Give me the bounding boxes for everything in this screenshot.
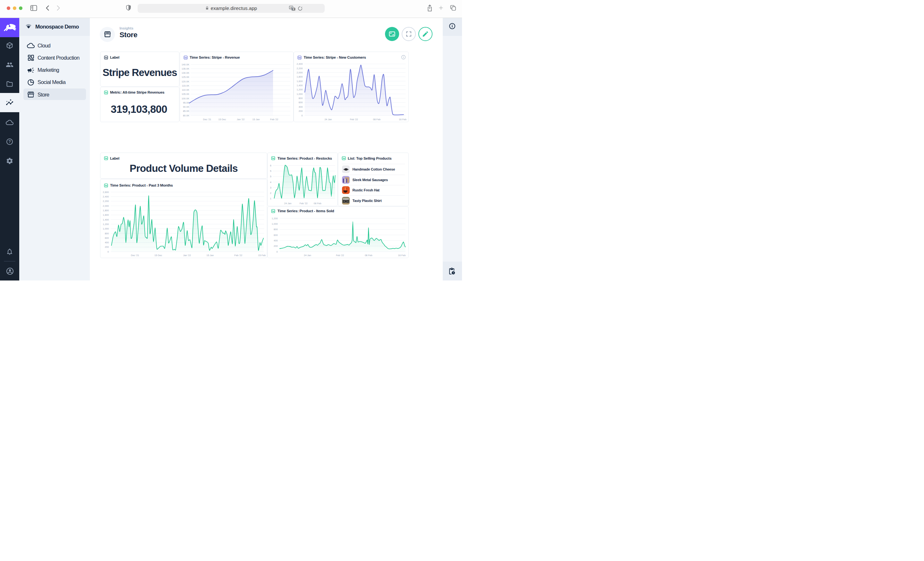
svg-text:Jan '22: Jan '22 [237,118,244,121]
svg-text:2: 2 [270,192,272,194]
svg-text:Feb '22: Feb '22 [350,118,358,121]
svg-text:400: 400 [274,239,278,242]
svg-text:800: 800 [105,232,109,235]
svg-text:1,800: 1,800 [103,209,109,212]
svg-text:15 Jan: 15 Jan [206,254,214,257]
svg-text:Feb '22: Feb '22 [234,254,242,257]
svg-text:200: 200 [299,110,303,112]
svg-text:130.0K: 130.0K [182,72,189,74]
svg-text:Feb '22: Feb '22 [336,254,344,257]
svg-text:15 Feb: 15 Feb [258,254,266,257]
svg-text:15 Dec: 15 Dec [154,254,162,257]
svg-text:08 Feb: 08 Feb [365,254,372,257]
svg-text:1,200: 1,200 [103,223,109,226]
svg-text:Dec '21: Dec '21 [203,118,212,121]
svg-text:2,400: 2,400 [103,195,109,198]
svg-text:200: 200 [105,245,109,248]
svg-text:95.0K: 95.0K [183,101,189,104]
svg-text:400: 400 [105,241,109,244]
svg-text:115.0K: 115.0K [182,84,189,87]
svg-text:135.0K: 135.0K [182,67,189,70]
svg-text:08 Feb: 08 Feb [373,118,381,121]
svg-text:1,200: 1,200 [297,88,303,91]
svg-text:Jan '22: Jan '22 [183,254,190,257]
svg-text:1,400: 1,400 [103,218,109,221]
svg-text:文: 文 [292,8,295,10]
svg-text:2,600: 2,600 [103,191,109,194]
svg-text:0: 0 [276,250,278,253]
svg-text:400: 400 [299,105,303,108]
svg-text:80.0K: 80.0K [183,114,189,117]
svg-text:1: 1 [270,197,272,200]
svg-text:800: 800 [299,97,303,100]
svg-text:0: 0 [108,250,109,253]
svg-text:24 Jan: 24 Jan [304,254,311,257]
svg-text:1,000: 1,000 [297,93,303,96]
svg-text:1,400: 1,400 [297,84,303,87]
svg-text:110.0K: 110.0K [182,88,189,91]
svg-text:Feb '22: Feb '22 [270,118,278,121]
svg-text:0: 0 [301,114,303,117]
svg-text:6: 6 [270,164,272,167]
svg-text:2,200: 2,200 [103,200,109,203]
svg-text:4: 4 [270,181,272,184]
svg-text:1,600: 1,600 [297,80,303,83]
svg-text:2,200: 2,200 [297,67,303,70]
svg-text:?: ? [8,139,11,144]
svg-text:600: 600 [299,101,303,104]
svg-text:600: 600 [105,236,109,239]
svg-text:120.0K: 120.0K [182,80,189,83]
svg-text:08 Feb: 08 Feb [314,202,321,205]
svg-text:15 Dec: 15 Dec [218,118,226,121]
svg-text:800: 800 [274,228,278,231]
svg-text:90.0K: 90.0K [183,105,189,108]
svg-text:125.0K: 125.0K [182,76,189,79]
svg-text:5: 5 [270,175,272,178]
svg-text:3: 3 [270,186,272,189]
svg-text:1,200: 1,200 [272,217,278,220]
svg-text:16 Feb: 16 Feb [399,118,406,121]
svg-text:600: 600 [274,234,278,236]
svg-text:24 Jan: 24 Jan [284,202,292,205]
svg-text:2,000: 2,000 [103,205,109,207]
svg-text:16 Feb: 16 Feb [398,254,406,257]
svg-text:2,400: 2,400 [297,63,303,66]
svg-text:1,000: 1,000 [272,223,278,225]
svg-text:Dec '21: Dec '21 [131,254,139,257]
svg-text:5: 5 [270,170,272,172]
svg-text:85.0K: 85.0K [183,110,189,112]
svg-text:140.0K: 140.0K [182,63,189,66]
svg-text:2,000: 2,000 [297,71,303,74]
svg-text:1,800: 1,800 [297,75,303,78]
svg-text:15 Jan: 15 Jan [252,118,260,121]
svg-text:24 Jan: 24 Jan [324,118,332,121]
svg-text:100.0K: 100.0K [182,97,189,100]
svg-text:Feb '22: Feb '22 [300,202,308,205]
svg-text:200: 200 [274,245,278,247]
svg-text:1,000: 1,000 [103,227,109,230]
svg-text:1,600: 1,600 [103,214,109,216]
svg-text:105.0K: 105.0K [182,93,189,96]
